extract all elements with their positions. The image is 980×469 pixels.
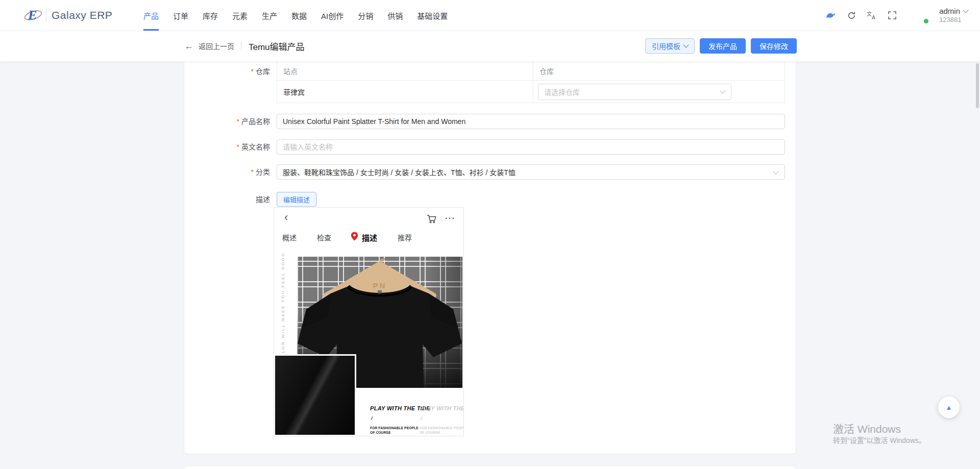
product-name-input[interactable]	[277, 114, 785, 129]
app-logo[interactable]: E Galaxy ERP	[23, 0, 112, 31]
photo-subtext-ghost: FOR FASHIONABLE PEOPLE OF COURSE	[420, 426, 464, 435]
preview-tab-recommend: 推荐	[398, 232, 412, 242]
warehouse-table-header: 站点 仓库	[277, 61, 785, 81]
photo-slogan-ghost: PLAY WITH THE TIDE	[420, 405, 464, 411]
header-divider	[241, 41, 241, 51]
warehouse-select[interactable]: 请选择仓库	[538, 84, 731, 100]
warehouse-table: 站点 仓库 菲律宾 请选择仓库	[277, 61, 785, 103]
required-mark: *	[251, 67, 254, 76]
publish-product-button[interactable]: 发布产品	[700, 38, 746, 54]
refresh-icon[interactable]	[846, 10, 856, 20]
page-header: ← 返回上一页 Temu编辑产品 引用模板 发布产品 保存修改	[0, 31, 980, 62]
nav-item-distribution[interactable]: 分销	[358, 0, 373, 31]
chevron-down-icon	[773, 168, 778, 174]
navbar-right: 文 A admin 123881	[826, 0, 968, 31]
user-name: admin	[939, 7, 960, 16]
category-label: *分类	[184, 167, 270, 177]
nav-item-data[interactable]: 数据	[291, 0, 307, 31]
app-title: Galaxy ERP	[52, 9, 112, 21]
nav-item-settings[interactable]: 基础设置	[417, 0, 448, 31]
description-preview-panel: ‹ ⋯ 概述 检查 描述 推荐	[274, 207, 464, 436]
category-value: 服装、鞋靴和珠宝饰品 / 女士时尚 / 女装 / 女装上衣、T恤、衬衫 / 女装…	[283, 167, 516, 177]
next-section-card	[184, 465, 796, 469]
nav-item-inventory[interactable]: 库存	[203, 0, 218, 31]
top-navbar: E Galaxy ERP 产品 订单 库存 元素 生产 数据 AI创作 分销 供…	[0, 0, 980, 31]
save-changes-button[interactable]: 保存修改	[751, 38, 797, 54]
warehouse-select-placeholder: 请选择仓库	[544, 87, 580, 97]
logo-divider	[46, 9, 46, 22]
preview-tab-check: 检查	[317, 232, 331, 242]
back-button[interactable]: ← 返回上一页	[184, 31, 234, 61]
description-label: 描述	[184, 194, 270, 205]
preview-tabs: 概述 检查 描述 推荐	[274, 230, 463, 244]
user-avatar[interactable]	[910, 6, 929, 25]
logo-mark-icon: E	[23, 5, 43, 26]
svg-text:A: A	[872, 15, 875, 20]
app-window: E Galaxy ERP 产品 订单 库存 元素 生产 数据 AI创作 分销 供…	[0, 0, 980, 469]
product-photo: A GOOD COLOR WILL MAKE YOU FEEL GOOD PN	[274, 254, 463, 436]
activate-windows-subtitle: 转到“设置”以激活 Windows。	[833, 435, 926, 445]
user-menu[interactable]: admin 123881	[939, 7, 968, 24]
col-header-site: 站点	[277, 61, 533, 80]
online-status-dot	[923, 18, 929, 24]
english-name-input[interactable]	[277, 139, 785, 155]
back-arrow-icon: ←	[184, 41, 193, 52]
use-template-button[interactable]: 引用模板	[645, 38, 695, 54]
chevron-down-icon	[683, 42, 689, 47]
back-label: 返回上一页	[199, 41, 234, 51]
cart-icon	[427, 214, 437, 226]
activate-windows-title: 激活 Windows	[833, 421, 901, 436]
user-id: 123881	[939, 16, 968, 24]
assistant-whale-icon[interactable]	[826, 10, 836, 20]
svg-text:文: 文	[867, 11, 872, 17]
page-title: Temu编辑产品	[249, 31, 305, 61]
nav-item-production[interactable]: 生产	[262, 0, 277, 31]
preview-tab-description: 描述	[362, 232, 377, 243]
chevron-down-icon	[963, 8, 968, 13]
photo-slash: /	[371, 416, 373, 421]
fabric-detail-inset	[275, 354, 356, 435]
nav-item-supply[interactable]: 供销	[387, 0, 403, 31]
svg-text:E: E	[28, 8, 37, 22]
nav-item-products[interactable]: 产品	[143, 0, 159, 31]
warehouse-label: *仓库	[184, 66, 270, 77]
col-header-warehouse: 仓库	[533, 61, 785, 80]
photo-slash-ghost: /	[421, 416, 422, 421]
triangle-up-icon: ▲	[946, 404, 952, 411]
nav-item-elements[interactable]: 元素	[232, 0, 248, 31]
photo-subtext: FOR FASHIONABLE PEOPLE OF COURSE	[370, 426, 419, 435]
main-nav: 产品 订单 库存 元素 生产 数据 AI创作 分销 供销 基础设置	[143, 0, 448, 31]
page-scrollbar[interactable]	[976, 63, 979, 108]
edit-description-button[interactable]: 编辑描述	[277, 192, 316, 207]
location-pin-icon	[351, 232, 358, 243]
category-select[interactable]: 服装、鞋靴和珠宝饰品 / 女士时尚 / 女装 / 女装上衣、T恤、衬衫 / 女装…	[277, 164, 785, 180]
fullscreen-icon[interactable]	[887, 10, 897, 20]
chevron-down-icon	[720, 88, 725, 93]
warehouse-table-row: 菲律宾 请选择仓库	[277, 81, 785, 103]
product-form-card: *仓库 站点 仓库 菲律宾 请选择仓库 *产品名称	[184, 61, 796, 454]
nav-item-ai-creation[interactable]: AI创作	[321, 0, 344, 31]
nav-item-orders[interactable]: 订单	[173, 0, 188, 31]
english-name-label: *英文名称	[184, 142, 270, 152]
more-options-icon: ⋯	[445, 212, 455, 224]
preview-tab-overview: 概述	[282, 232, 297, 242]
svg-text:PN: PN	[373, 281, 387, 290]
header-actions: 引用模板 发布产品 保存修改	[645, 38, 797, 54]
preview-back-icon: ‹	[284, 212, 288, 223]
product-name-label: *产品名称	[184, 116, 270, 127]
translate-icon[interactable]: 文 A	[867, 10, 877, 20]
back-to-top-button[interactable]: ▲	[938, 397, 960, 418]
site-cell: 菲律宾	[277, 81, 533, 103]
